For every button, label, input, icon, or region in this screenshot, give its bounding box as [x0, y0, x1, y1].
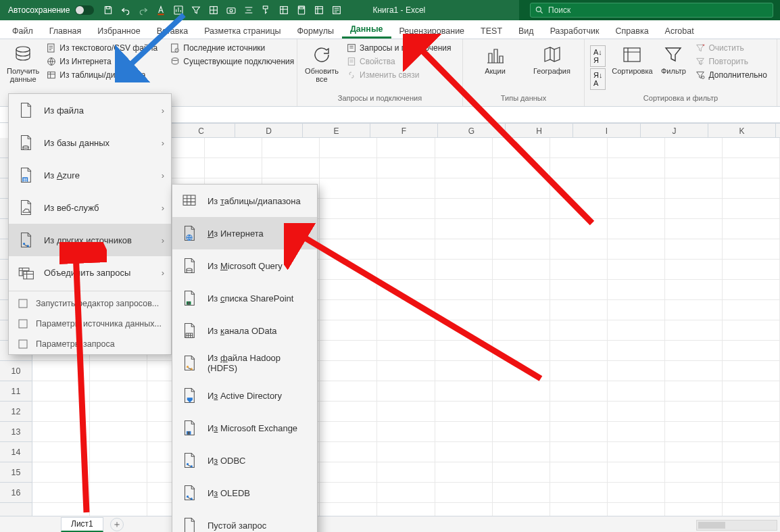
column-header[interactable]: J	[641, 124, 708, 137]
cell[interactable]	[608, 320, 665, 340]
cell[interactable]	[377, 402, 435, 421]
redo-icon[interactable]	[135, 1, 152, 20]
cell[interactable]	[608, 462, 665, 482]
cell[interactable]	[723, 219, 780, 239]
row-header[interactable]: 12	[0, 402, 32, 422]
cell[interactable]	[493, 341, 550, 360]
cell[interactable]	[665, 158, 723, 178]
freeze-icon[interactable]	[275, 1, 293, 20]
cell[interactable]	[723, 381, 780, 401]
cell[interactable]	[435, 462, 493, 482]
cell[interactable]	[493, 178, 550, 198]
cell[interactable]	[665, 320, 723, 340]
cell[interactable]	[608, 219, 665, 239]
cell[interactable]	[377, 219, 435, 239]
column-header[interactable]: C	[168, 124, 235, 137]
cell[interactable]	[665, 381, 723, 401]
cell[interactable]	[435, 483, 493, 502]
tab-разметка страницы[interactable]: Разметка страницы	[196, 22, 289, 39]
add-sheet-button[interactable]: ＋	[110, 518, 124, 531]
cell[interactable]	[377, 280, 435, 299]
cell[interactable]	[320, 462, 377, 482]
cell[interactable]	[493, 320, 550, 340]
cell[interactable]	[665, 341, 723, 360]
cell[interactable]	[723, 199, 780, 218]
cell[interactable]	[320, 300, 377, 320]
cell[interactable]	[550, 239, 608, 259]
save-icon[interactable]	[99, 1, 117, 20]
column-header[interactable]: D	[235, 124, 303, 137]
row-header[interactable]: 15	[0, 462, 32, 483]
cell[interactable]	[608, 300, 665, 320]
cell[interactable]	[32, 483, 90, 502]
form-icon[interactable]	[328, 1, 345, 20]
cell[interactable]	[665, 483, 723, 502]
submenu-item[interactable]: Из таблицы/диапазона	[172, 185, 317, 217]
cell[interactable]	[435, 260, 493, 279]
center-icon[interactable]	[240, 1, 258, 20]
cell[interactable]	[550, 361, 608, 381]
cell[interactable]	[550, 341, 608, 360]
column-header[interactable]: H	[506, 124, 573, 137]
cell[interactable]	[665, 239, 723, 259]
cell[interactable]	[723, 158, 780, 178]
submenu-item[interactable]: Из OLEDB	[172, 477, 317, 509]
row-header[interactable]: 16	[0, 483, 32, 503]
tab-test[interactable]: TEST	[472, 22, 510, 39]
cell[interactable]	[90, 442, 147, 462]
cell[interactable]	[377, 158, 435, 178]
cell[interactable]	[665, 260, 723, 279]
cell[interactable]	[205, 138, 262, 158]
camera-icon[interactable]	[222, 1, 240, 20]
cell[interactable]	[550, 260, 608, 279]
cell[interactable]	[377, 239, 435, 259]
pivot-icon[interactable]	[310, 1, 328, 20]
clear-filter-button[interactable]: Очистить	[692, 41, 769, 55]
cell[interactable]	[435, 239, 493, 259]
cell[interactable]	[665, 422, 723, 441]
cell[interactable]	[320, 158, 377, 178]
cell[interactable]	[435, 219, 493, 239]
cell[interactable]	[32, 361, 90, 381]
cell[interactable]	[435, 381, 493, 401]
cell[interactable]	[665, 462, 723, 482]
cell[interactable]	[723, 178, 780, 198]
cell[interactable]	[723, 260, 780, 279]
cell[interactable]	[435, 402, 493, 421]
submenu-item[interactable]: Из Интернета	[172, 217, 317, 249]
cell[interactable]	[665, 138, 723, 158]
cell[interactable]	[550, 483, 608, 502]
cell[interactable]	[608, 178, 665, 198]
cell[interactable]	[320, 280, 377, 299]
menu-item[interactable]: Из файла›	[9, 94, 171, 126]
cell[interactable]	[665, 178, 723, 198]
cell[interactable]	[320, 503, 377, 516]
column-header[interactable]: K	[708, 124, 776, 137]
menu-item[interactable]: Из Azure›	[9, 159, 171, 191]
column-header[interactable]: I	[573, 124, 641, 137]
autosave-toggle[interactable]	[75, 5, 94, 15]
edit-links-button[interactable]: Изменить связи	[343, 68, 454, 82]
cell[interactable]	[608, 361, 665, 381]
from-text-button[interactable]: Из текстового/CSV файла	[43, 41, 160, 55]
cell[interactable]	[723, 503, 780, 516]
cell[interactable]	[493, 280, 550, 299]
cell[interactable]	[550, 462, 608, 482]
cell[interactable]	[90, 422, 147, 441]
cell[interactable]	[377, 483, 435, 502]
cell[interactable]	[493, 239, 550, 259]
cell[interactable]	[493, 483, 550, 502]
cell[interactable]	[320, 260, 377, 279]
cell[interactable]	[493, 300, 550, 320]
cell[interactable]	[435, 503, 493, 516]
cell[interactable]	[608, 138, 665, 158]
recent-sources-button[interactable]: Последние источники	[167, 41, 297, 55]
cell[interactable]	[435, 280, 493, 299]
cell[interactable]	[493, 442, 550, 462]
cell[interactable]	[550, 422, 608, 441]
cell[interactable]	[550, 280, 608, 299]
cell[interactable]	[723, 422, 780, 441]
cell[interactable]	[608, 158, 665, 178]
cell[interactable]	[608, 503, 665, 516]
column-header[interactable]: G	[438, 124, 506, 137]
